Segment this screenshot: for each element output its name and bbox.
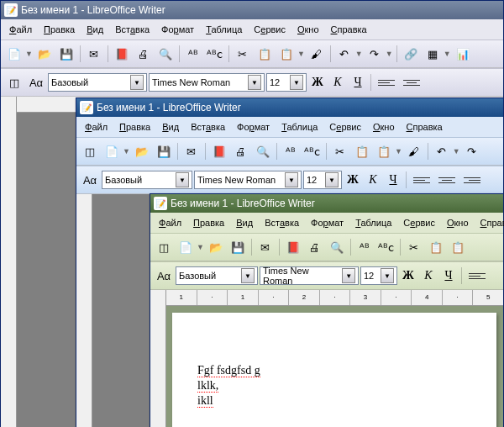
- copy-button[interactable]: 📋: [426, 237, 446, 257]
- open-button[interactable]: 📂: [206, 237, 226, 257]
- menu-help[interactable]: Справка: [326, 23, 372, 36]
- paste-dropdown-icon[interactable]: ▼: [395, 147, 402, 156]
- menu-edit[interactable]: Правка: [114, 120, 155, 134]
- chevron-down-icon[interactable]: ▼: [290, 75, 303, 90]
- crop-icon[interactable]: ◫: [80, 141, 100, 161]
- align-left-button[interactable]: [375, 71, 398, 94]
- pdf-button[interactable]: 📕: [283, 237, 303, 257]
- undo-button[interactable]: ↶: [432, 141, 452, 161]
- menu-insert[interactable]: Вставка: [186, 120, 230, 134]
- menu-format[interactable]: Формат: [156, 23, 199, 36]
- print-button[interactable]: 🖨: [134, 44, 154, 64]
- mail-button[interactable]: ✉: [181, 141, 202, 161]
- chart-button[interactable]: 📊: [453, 44, 473, 64]
- new-dropdown-icon[interactable]: ▼: [197, 243, 204, 251]
- titlebar[interactable]: 📝Без имени 1 - LibreOffice Writer: [76, 98, 503, 117]
- menu-table[interactable]: Таблица: [201, 23, 247, 36]
- underline-button[interactable]: Ч: [349, 73, 367, 92]
- titlebar[interactable]: 📝Без имени 1 - LibreOffice Writer: [150, 194, 503, 213]
- crop-icon[interactable]: ◫: [4, 72, 24, 92]
- save-button[interactable]: 💾: [228, 237, 248, 257]
- crop-icon[interactable]: ◫: [154, 237, 174, 257]
- new-button[interactable]: 📄: [176, 237, 196, 257]
- new-dropdown-icon[interactable]: ▼: [25, 50, 33, 58]
- spell-button[interactable]: ᴬᴮ: [354, 237, 375, 257]
- cut-button[interactable]: ✂: [404, 237, 424, 257]
- menu-tools[interactable]: Сервис: [249, 23, 291, 36]
- undo-button[interactable]: ↶: [334, 44, 354, 64]
- autospell-button[interactable]: ᴬᴮᴄ: [205, 44, 225, 64]
- italic-button[interactable]: К: [364, 171, 382, 189]
- bold-button[interactable]: Ж: [308, 73, 327, 92]
- char-icon[interactable]: Αα: [80, 170, 100, 190]
- menu-tools[interactable]: Сервис: [324, 120, 366, 134]
- paste-button[interactable]: 📋: [276, 44, 297, 64]
- paste-button[interactable]: 📋: [448, 237, 468, 257]
- chevron-down-icon[interactable]: ▼: [241, 268, 255, 283]
- redo-button[interactable]: ↷: [365, 44, 385, 64]
- preview-button[interactable]: 🔍: [327, 237, 347, 257]
- menu-help[interactable]: Справка: [475, 216, 504, 229]
- menu-view[interactable]: Вид: [81, 23, 108, 36]
- spell-button[interactable]: ᴬᴮ: [183, 44, 203, 64]
- bold-button[interactable]: Ж: [344, 171, 362, 189]
- chevron-down-icon[interactable]: ▼: [342, 268, 355, 283]
- menu-table[interactable]: Таблица: [350, 216, 396, 229]
- size-combo[interactable]: 12▼: [303, 171, 342, 189]
- table-dropdown-icon[interactable]: ▼: [444, 50, 451, 58]
- size-combo[interactable]: 12▼: [360, 266, 397, 285]
- redo-dropdown-icon[interactable]: ▼: [386, 50, 393, 58]
- chevron-down-icon[interactable]: ▼: [285, 172, 298, 187]
- new-button[interactable]: 📄: [4, 44, 24, 64]
- menu-format[interactable]: Формат: [232, 120, 275, 134]
- print-button[interactable]: 🖨: [231, 141, 251, 161]
- align-right-button[interactable]: [460, 168, 484, 192]
- menu-window[interactable]: Окно: [442, 216, 474, 229]
- align-left-button[interactable]: [465, 264, 489, 287]
- preview-button[interactable]: 🔍: [253, 141, 273, 161]
- font-combo[interactable]: Times New Roman▼: [260, 266, 359, 285]
- chevron-down-icon[interactable]: ▼: [176, 172, 189, 187]
- bold-button[interactable]: Ж: [399, 266, 417, 285]
- italic-button[interactable]: К: [328, 73, 347, 92]
- menu-format[interactable]: Формат: [306, 216, 349, 229]
- spell-button[interactable]: ᴬᴮ: [281, 141, 301, 161]
- menu-file[interactable]: Файл: [80, 120, 113, 134]
- cut-button[interactable]: ✂: [330, 141, 350, 161]
- paste-button[interactable]: 📋: [374, 141, 394, 161]
- copy-button[interactable]: 📋: [352, 141, 372, 161]
- menu-file[interactable]: Файл: [154, 216, 186, 229]
- redo-button[interactable]: ↷: [462, 141, 482, 161]
- autospell-button[interactable]: ᴬᴮᴄ: [376, 237, 396, 257]
- pdf-button[interactable]: 📕: [112, 44, 132, 64]
- menu-view[interactable]: Вид: [231, 216, 258, 229]
- print-button[interactable]: 🖨: [305, 237, 325, 257]
- table-button[interactable]: ▦: [423, 44, 443, 64]
- undo-dropdown-icon[interactable]: ▼: [355, 50, 363, 58]
- chevron-down-icon[interactable]: ▼: [130, 75, 144, 90]
- size-combo[interactable]: 12▼: [266, 73, 307, 92]
- char-icon[interactable]: Αα: [154, 266, 174, 286]
- document-page[interactable]: Fgf fsdgfsd g lklk, ikll: [172, 313, 496, 427]
- brush-button[interactable]: 🖌: [404, 141, 424, 161]
- menu-file[interactable]: Файл: [4, 23, 37, 36]
- menu-help[interactable]: Справка: [402, 120, 448, 134]
- underline-button[interactable]: Ч: [439, 266, 458, 285]
- chevron-down-icon[interactable]: ▼: [381, 268, 394, 283]
- char-icon[interactable]: Αα: [26, 72, 46, 92]
- menu-insert[interactable]: Вставка: [110, 23, 155, 36]
- pdf-button[interactable]: 📕: [209, 141, 229, 161]
- font-combo[interactable]: Times New Roman▼: [194, 171, 302, 189]
- underline-button[interactable]: Ч: [384, 171, 402, 189]
- italic-button[interactable]: К: [419, 266, 438, 285]
- save-button[interactable]: 💾: [56, 44, 76, 64]
- font-combo[interactable]: Times New Roman▼: [149, 73, 265, 92]
- open-button[interactable]: 📂: [132, 141, 152, 161]
- link-button[interactable]: 🔗: [401, 44, 421, 64]
- save-button[interactable]: 💾: [154, 141, 174, 161]
- mail-button[interactable]: ✉: [84, 44, 104, 64]
- menu-window[interactable]: Окно: [368, 120, 400, 134]
- menu-insert[interactable]: Вставка: [260, 216, 304, 229]
- preview-button[interactable]: 🔍: [155, 44, 176, 64]
- mail-button[interactable]: ✉: [255, 237, 276, 257]
